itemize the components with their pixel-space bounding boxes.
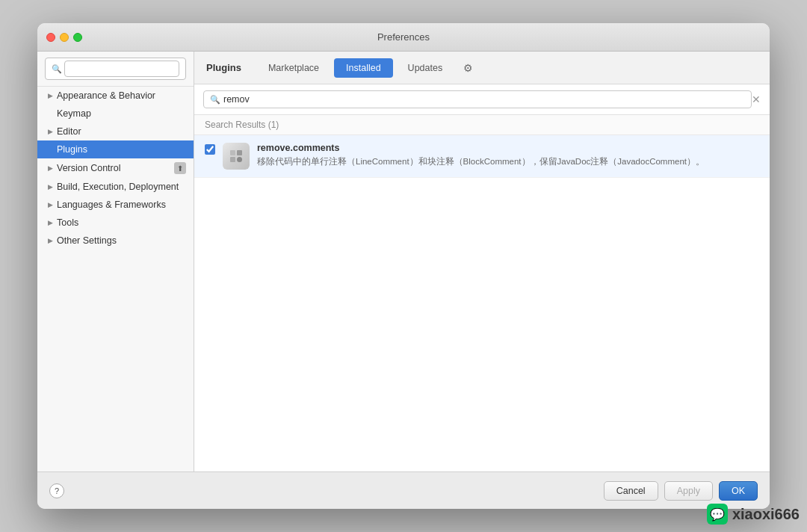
sidebar-item-label: Version Control — [57, 163, 120, 173]
sidebar-search-icon: 🔍 — [52, 64, 62, 74]
sidebar-search-area: 🔍 — [37, 52, 194, 87]
tab-updates[interactable]: Updates — [396, 58, 455, 78]
sidebar-search-input[interactable] — [64, 61, 179, 77]
plugin-checkbox[interactable] — [205, 144, 215, 155]
plugin-search-input[interactable] — [223, 94, 745, 105]
plugin-search-wrapper[interactable]: 🔍 — [203, 90, 752, 108]
arrow-icon: ▶ — [48, 164, 53, 172]
version-control-badge: ⬆ — [174, 162, 186, 174]
sidebar-item-label: Editor — [57, 126, 81, 137]
sidebar-item-label: Other Settings — [57, 235, 117, 246]
arrow-icon: ▶ — [48, 92, 53, 99]
watermark: 💬 xiaoxi666 — [707, 504, 800, 525]
plugin-search-bar: 🔍 ✕ — [194, 84, 770, 115]
tab-installed[interactable]: Installed — [334, 58, 393, 78]
sidebar-item-editor[interactable]: ▶ Editor — [37, 123, 194, 140]
sidebar-item-languages[interactable]: ▶ Languages & Frameworks — [37, 196, 194, 214]
help-button[interactable]: ? — [49, 483, 64, 498]
sidebar-item-appearance[interactable]: ▶ Appearance & Behavior — [37, 87, 194, 105]
plugin-icon — [223, 143, 250, 170]
sidebar-search-input-wrapper[interactable]: 🔍 — [45, 58, 186, 80]
watermark-text: xiaoxi666 — [732, 506, 800, 523]
search-results-label: Search Results (1) — [194, 115, 770, 135]
maximize-button[interactable] — [73, 33, 82, 42]
svg-rect-1 — [237, 150, 242, 155]
svg-point-3 — [237, 157, 242, 162]
svg-rect-2 — [230, 157, 235, 162]
sidebar-item-label: Tools — [57, 217, 78, 228]
tab-marketplace[interactable]: Marketplace — [256, 58, 331, 78]
apply-button[interactable]: Apply — [664, 481, 713, 501]
bottom-bar: ? Cancel Apply OK — [37, 471, 770, 509]
minimize-button[interactable] — [60, 33, 69, 42]
gear-icon[interactable]: ⚙ — [457, 59, 479, 77]
plugin-icon-inner — [223, 143, 250, 170]
plugin-list: remove.comments 移除代码中的单行注释（LineComment）和… — [194, 135, 770, 471]
plugins-header: Plugins Marketplace Installed Updates ⚙ — [194, 52, 770, 84]
plugins-title: Plugins — [206, 62, 241, 73]
title-bar: Preferences — [37, 23, 770, 52]
search-clear-icon[interactable]: ✕ — [752, 93, 761, 105]
plugin-info: remove.comments 移除代码中的单行注释（LineComment）和… — [257, 143, 759, 167]
sidebar-item-label: Keymap — [57, 108, 91, 119]
sidebar-item-label: Build, Execution, Deployment — [57, 182, 179, 192]
bottom-buttons: Cancel Apply OK — [604, 481, 758, 501]
window-title: Preferences — [377, 31, 430, 43]
arrow-icon: ▶ — [48, 128, 53, 135]
arrow-icon: ▶ — [48, 183, 53, 191]
sidebar-item-label: Appearance & Behavior — [57, 90, 155, 101]
wechat-icon: 💬 — [707, 504, 728, 525]
arrow-icon: ▶ — [48, 201, 53, 208]
sidebar: 🔍 ▶ Appearance & Behavior Keymap ▶ Edito… — [37, 52, 194, 471]
content-area: 🔍 ▶ Appearance & Behavior Keymap ▶ Edito… — [37, 52, 770, 471]
main-panel: Plugins Marketplace Installed Updates ⚙ — [194, 52, 770, 471]
sidebar-item-other-settings[interactable]: ▶ Other Settings — [37, 232, 194, 250]
ok-button[interactable]: OK — [719, 481, 758, 501]
sidebar-item-build[interactable]: ▶ Build, Execution, Deployment — [37, 178, 194, 196]
svg-rect-0 — [230, 150, 235, 155]
preferences-window: Preferences 🔍 ▶ Appearance & Behavior Ke… — [37, 23, 770, 509]
sidebar-item-version-control[interactable]: ▶ Version Control ⬆ — [37, 158, 194, 178]
arrow-icon: ▶ — [48, 237, 53, 244]
search-icon: 🔍 — [210, 95, 220, 105]
close-button[interactable] — [46, 33, 55, 42]
traffic-lights — [46, 33, 82, 42]
sidebar-item-label: Plugins — [57, 144, 87, 155]
sidebar-item-keymap[interactable]: Keymap — [37, 105, 194, 123]
plugin-description: 移除代码中的单行注释（LineComment）和块注释（BlockComment… — [257, 155, 759, 167]
arrow-icon: ▶ — [48, 219, 53, 226]
tab-bar: Marketplace Installed Updates ⚙ — [256, 58, 479, 78]
sidebar-item-tools[interactable]: ▶ Tools — [37, 214, 194, 232]
sidebar-item-plugins[interactable]: Plugins — [37, 140, 194, 158]
sidebar-item-label: Languages & Frameworks — [57, 200, 166, 210]
cancel-button[interactable]: Cancel — [604, 481, 658, 501]
list-item[interactable]: remove.comments 移除代码中的单行注释（LineComment）和… — [194, 135, 770, 178]
plugin-name: remove.comments — [257, 143, 759, 153]
